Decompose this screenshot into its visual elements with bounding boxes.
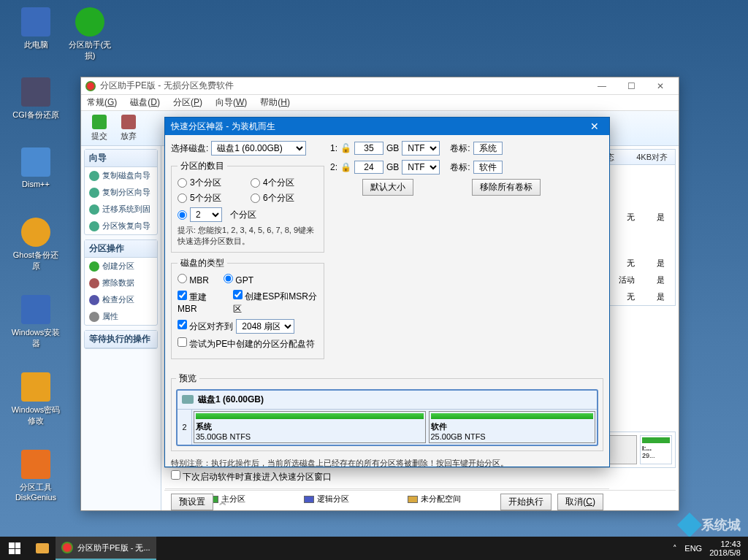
menu-wizard[interactable]: 向导(W) [215, 96, 247, 109]
tray-clock[interactable]: 12:43 2018/5/8 [709, 540, 741, 557]
dialog-close-button[interactable]: ✕ [586, 118, 603, 135]
preview-legend: 预览 [176, 372, 199, 385]
desktop-icon-win-installer[interactable]: Windows安装器 [10, 295, 61, 349]
sidebar-item-create[interactable]: 创建分区 [85, 258, 157, 275]
lock-icon: 🔒 [340, 162, 351, 172]
toolbar-discard[interactable]: 放弃 [116, 113, 141, 143]
app-icon [85, 81, 96, 91]
check-rebuild-mbr[interactable]: 重建MBR [178, 291, 222, 314]
partition-row-2: 2: 🔒 GB NTFS 卷标: [330, 160, 603, 174]
custom-count-select[interactable]: 2 [190, 207, 222, 222]
radio-3-partitions[interactable]: 3个分区 [178, 177, 245, 189]
radio-6-partitions[interactable]: 6个分区 [251, 192, 318, 204]
expand-icon[interactable]: ︽ [219, 497, 226, 507]
disk-type-legend: 磁盘的类型 [178, 257, 227, 269]
preview-disk-label: 磁盘1 (60.00GB) [198, 394, 264, 406]
preview-partition-1[interactable]: 系统 35.00GB NTFS [194, 411, 426, 443]
desktop-icon-partition-assistant[interactable]: 分区助手(无损) [64, 7, 115, 61]
count-hint: 提示: 您能按1, 2, 3, 4, 5, 6, 7, 8, 9键来快速选择分区… [178, 225, 318, 248]
check-create-esp[interactable]: 创建ESP和MSR分区 [233, 290, 318, 315]
sidebar-group-wizard: 向导 复制磁盘向导 复制分区向导 迁移系统到固 分区恢复向导 [84, 149, 158, 235]
close-button[interactable]: ✕ [646, 79, 674, 93]
tray-lang[interactable]: ENG [684, 544, 702, 553]
menu-help[interactable]: 帮助(H) [260, 96, 290, 109]
menu-partition[interactable]: 分区(P) [173, 96, 202, 109]
volume-label-input-2[interactable] [473, 161, 503, 174]
desktop-icon-ghost[interactable]: Ghost备份还原 [10, 218, 61, 272]
maximize-button[interactable]: ☐ [617, 79, 645, 93]
sidebar-item-copy-partition[interactable]: 复制分区向导 [85, 184, 157, 201]
cancel-button[interactable]: 取消(C) [557, 494, 603, 510]
sidebar-group-partition-ops: 分区操作 创建分区 擦除数据 检查分区 属性 [84, 239, 158, 326]
desktop-icon-diskgenius[interactable]: 分区工具DiskGenius [10, 450, 61, 502]
menu-general[interactable]: 常规(G) [87, 96, 117, 109]
tray-up-icon[interactable]: ˄ [673, 544, 677, 553]
preview-fieldset: 预览 磁盘1 (60.00GB) 2 系统 35.00GB NTFS [171, 372, 603, 451]
volume-label-input-1[interactable] [473, 142, 503, 155]
sidebar-item-check[interactable]: 检查分区 [85, 291, 157, 308]
taskbar-app-item[interactable]: 分区助手PE版 - 无... [56, 537, 156, 560]
size-input-1[interactable] [354, 142, 383, 155]
dialog-titlebar[interactable]: 快速分区神器 - 为装机而生 ✕ [165, 118, 609, 135]
remove-labels-button[interactable]: 移除所有卷标 [472, 179, 541, 196]
partition-row-1: 1: 🔓 GB NTFS 卷标: [330, 141, 603, 156]
desktop-icon-dism[interactable]: Dism++ [10, 147, 61, 188]
select-disk-dropdown[interactable]: 磁盘1 (60.00GB) [211, 141, 306, 156]
desktop-icon-this-pc[interactable]: 此电脑 [10, 7, 61, 50]
select-disk-label: 选择磁盘: [171, 142, 208, 155]
desktop-icon-win-password[interactable]: Windows密码修改 [10, 372, 61, 426]
menubar: 常规(G) 磁盘(D) 分区(P) 向导(W) 帮助(H) [81, 95, 679, 111]
taskbar-app-label: 分区助手PE版 - 无... [77, 542, 150, 553]
sidebar-item-recover-partition[interactable]: 分区恢复向导 [85, 218, 157, 234]
sidebar-pending-title: 等待执行的操作 [85, 331, 157, 348]
disk-preview: 磁盘1 (60.00GB) 2 系统 35.00GB NTFS 软件 [176, 389, 598, 446]
sidebar-group-title: 向导 [85, 150, 157, 167]
disk-type-fieldset: 磁盘的类型 MBR GPT 重建MBR 创建ESP和MSR分区 分区对齐到 20… [171, 257, 324, 359]
warning-text: 特别注意：执行此操作后，当前所选磁盘上已经存在的所有分区将被删除！按回车键开始分… [165, 457, 609, 469]
radio-mbr[interactable]: MBR [178, 274, 209, 285]
default-size-button[interactable]: 默认大小 [362, 179, 413, 196]
sidebar: 向导 复制磁盘向导 复制分区向导 迁移系统到固 分区恢复向导 分区操作 创建分区… [81, 146, 161, 510]
taskbar: 分区助手PE版 - 无... ˄ ENG 12:43 2018/5/8 [0, 537, 748, 560]
system-tray: ˄ ENG 12:43 2018/5/8 [665, 540, 748, 557]
preview-partition-2[interactable]: 软件 25.00GB NTFS [429, 411, 596, 443]
menu-disk[interactable]: 磁盘(D) [130, 96, 160, 109]
sidebar-group-title: 分区操作 [85, 240, 157, 258]
partition-count-legend: 分区的数目 [178, 160, 227, 172]
desktop-icon-cgi-backup[interactable]: CGI备份还原 [10, 77, 61, 120]
check-align[interactable]: 分区对齐到 [178, 320, 233, 333]
sidebar-group-pending: 等待执行的操作 [84, 330, 158, 349]
partition-count-fieldset: 分区的数目 3个分区 4个分区 5个分区 6个分区 2 个分区 提示: 您能按1… [171, 160, 324, 253]
radio-5-partitions[interactable]: 5个分区 [178, 192, 245, 204]
col-4kb-align[interactable]: 4KB对齐 [636, 152, 668, 163]
size-input-2[interactable] [354, 161, 383, 174]
preset-button[interactable]: 预设置 [171, 494, 213, 510]
taskbar-explorer-icon[interactable] [29, 537, 56, 560]
toolbar-apply[interactable]: 提交 [87, 113, 112, 143]
quick-partition-dialog: 快速分区神器 - 为装机而生 ✕ 选择磁盘: 磁盘1 (60.00GB) 分区的… [164, 117, 610, 467]
lock-icon: 🔓 [340, 143, 351, 153]
start-button[interactable]: 开始执行 [500, 494, 552, 510]
check-next-boot[interactable]: 下次启动软件时直接进入快速分区窗口 [171, 470, 332, 483]
minimize-button[interactable]: — [588, 79, 616, 93]
sidebar-item-wipe[interactable]: 擦除数据 [85, 275, 157, 291]
sidebar-item-properties[interactable]: 属性 [85, 308, 157, 325]
radio-custom-partitions[interactable]: 2 个分区 [178, 207, 318, 222]
sidebar-item-copy-disk[interactable]: 复制磁盘向导 [85, 167, 157, 184]
app-icon [61, 542, 73, 553]
watermark: 系统城 [681, 516, 741, 534]
window-title: 分区助手PE版 - 无损分区免费软件 [100, 80, 588, 92]
titlebar[interactable]: 分区助手PE版 - 无损分区免费软件 — ☐ ✕ [81, 77, 679, 95]
radio-gpt[interactable]: GPT [224, 274, 253, 285]
fs-select-2[interactable]: NTFS [402, 160, 440, 174]
check-try-pe[interactable]: 尝试为PE中创建的分区分配盘符 [178, 337, 315, 350]
sidebar-item-migrate-os[interactable]: 迁移系统到固 [85, 201, 157, 218]
radio-4-partitions[interactable]: 4个分区 [251, 177, 318, 189]
align-select[interactable]: 2048 扇区 [236, 319, 294, 334]
dialog-title: 快速分区神器 - 为装机而生 [171, 120, 275, 133]
fs-select-1[interactable]: NTFS [402, 141, 440, 156]
preview-disk-number: 2 [178, 410, 192, 445]
disk-slot-i[interactable]: I:... 29... [640, 435, 672, 464]
disk-icon [182, 395, 194, 404]
start-button[interactable] [0, 537, 29, 560]
